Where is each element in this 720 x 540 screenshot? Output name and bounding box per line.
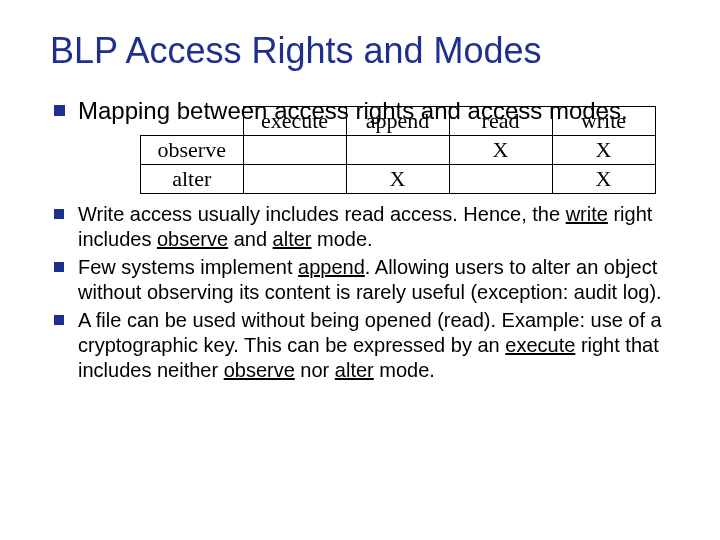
bullet-write: Write access usually includes read acces… — [50, 202, 670, 252]
cell: X — [552, 165, 655, 194]
row-alter: alter — [141, 165, 244, 194]
table-row: alter X X — [141, 165, 656, 194]
bullet-append: Few systems implement append. Allowing u… — [50, 255, 670, 305]
cell: X — [346, 165, 449, 194]
cell — [346, 136, 449, 165]
cell — [449, 165, 552, 194]
slide-title: BLP Access Rights and Modes — [50, 30, 670, 72]
table-row: observe X X — [141, 136, 656, 165]
cell — [243, 136, 346, 165]
lead-bullet: Mapping between access rights and access… — [50, 96, 670, 126]
row-observe: observe — [141, 136, 244, 165]
cell: X — [552, 136, 655, 165]
bullet-execute: A file can be used without being opened … — [50, 308, 670, 383]
cell: X — [449, 136, 552, 165]
cell — [243, 165, 346, 194]
